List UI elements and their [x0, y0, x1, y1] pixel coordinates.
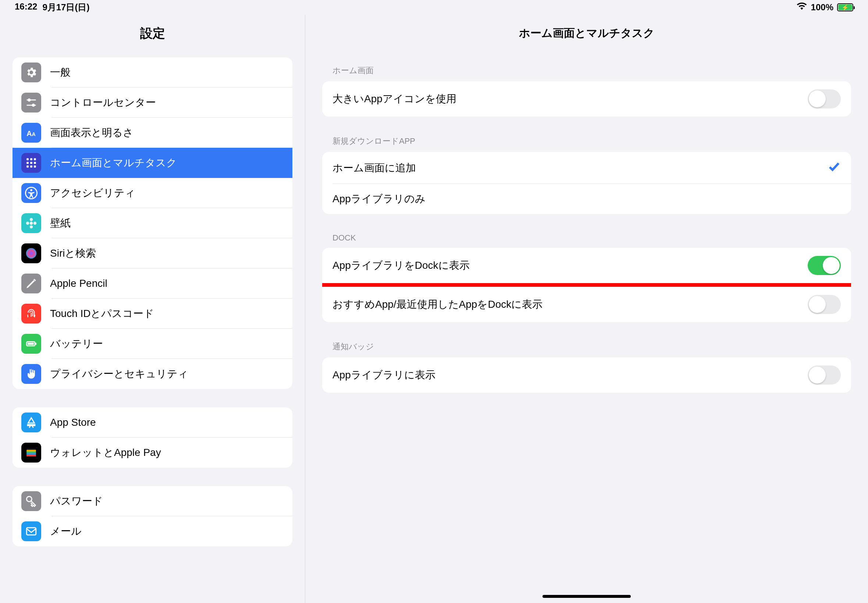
- detail-pane: ホーム画面とマルチタスク ホーム画面大きいAppアイコンを使用新規ダウンロードA…: [305, 15, 868, 603]
- status-date: 9月17日(日): [42, 2, 90, 13]
- svg-rect-29: [26, 453, 36, 455]
- pencil-icon: [21, 274, 41, 294]
- svg-text:A: A: [26, 130, 32, 138]
- settings-row[interactable]: 大きいAppアイコンを使用: [322, 81, 851, 116]
- settings-row[interactable]: ホーム画面に追加: [322, 152, 851, 184]
- section-header: 通知バッジ: [322, 341, 851, 357]
- svg-rect-3: [26, 105, 36, 106]
- sidebar-item-battery[interactable]: バッテリー: [12, 329, 292, 359]
- svg-rect-7: [30, 158, 32, 160]
- sidebar-item-privacy[interactable]: プライバシーとセキュリティ: [12, 359, 292, 389]
- sidebar: 設定 一般コントロールセンターAA画面表示と明るさホーム画面とマルチタスクアクセ…: [0, 15, 305, 603]
- sidebar-item-wallet[interactable]: ウォレットとApple Pay: [12, 438, 292, 468]
- sidebar-item-display[interactable]: AA画面表示と明るさ: [12, 118, 292, 148]
- sidebar-item-home-screen[interactable]: ホーム画面とマルチタスク: [12, 148, 292, 178]
- battery-percent: 100%: [811, 2, 834, 12]
- aa-icon: AA: [21, 123, 41, 143]
- sidebar-item-label: ホーム画面とマルチタスク: [50, 156, 177, 170]
- sidebar-item-label: Siriと検索: [50, 246, 96, 260]
- grid-icon: [21, 153, 41, 173]
- sidebar-item-accessibility[interactable]: アクセシビリティ: [12, 178, 292, 208]
- svg-point-19: [30, 226, 33, 229]
- sidebar-item-label: プライバシーとセキュリティ: [50, 367, 188, 381]
- svg-rect-13: [30, 165, 32, 168]
- settings-row[interactable]: Appライブラリのみ: [322, 184, 851, 214]
- sidebar-item-label: 画面表示と明るさ: [50, 126, 133, 140]
- sidebar-item-label: アクセシビリティ: [50, 186, 135, 200]
- sidebar-item-label: コントロールセンター: [50, 96, 156, 110]
- toggle-switch[interactable]: [808, 295, 841, 314]
- svg-rect-8: [34, 158, 36, 160]
- svg-point-20: [26, 222, 29, 225]
- sidebar-item-touch-id[interactable]: Touch IDとパスコード: [12, 298, 292, 329]
- svg-point-21: [34, 222, 37, 225]
- toggle-switch[interactable]: [808, 365, 841, 385]
- svg-rect-25: [28, 343, 34, 345]
- svg-rect-11: [34, 162, 36, 164]
- wifi-icon: [796, 2, 807, 12]
- hand-icon: [21, 364, 41, 384]
- detail-title: ホーム画面とマルチタスク: [305, 15, 868, 50]
- settings-row[interactable]: Appライブラリに表示: [322, 357, 851, 393]
- status-bar: 16:22 9月17日(日) 100% ⚡: [0, 0, 868, 15]
- svg-rect-10: [30, 162, 32, 164]
- sidebar-item-label: 壁紙: [50, 216, 71, 230]
- sidebar-item-label: 一般: [50, 65, 71, 79]
- settings-row-label: 大きいAppアイコンを使用: [333, 92, 456, 106]
- settings-row-label: おすすめApp/最近使用したAppをDockに表示: [333, 297, 543, 311]
- sidebar-title: 設定: [0, 15, 305, 57]
- svg-point-16: [30, 189, 32, 191]
- sidebar-item-apple-pencil[interactable]: Apple Pencil: [12, 268, 292, 298]
- sidebar-item-label: App Store: [50, 417, 96, 428]
- sidebar-item-label: ウォレットとApple Pay: [50, 445, 161, 459]
- svg-point-17: [30, 222, 33, 225]
- svg-rect-12: [26, 165, 29, 168]
- sidebar-item-general[interactable]: 一般: [12, 57, 292, 88]
- settings-row-label: Appライブラリに表示: [333, 368, 435, 382]
- svg-point-22: [26, 248, 36, 258]
- svg-rect-24: [35, 343, 36, 345]
- section-header: ホーム画面: [322, 65, 851, 81]
- appstore-icon: [21, 413, 41, 432]
- sidebar-item-mail[interactable]: メール: [12, 516, 292, 546]
- sidebar-item-app-store[interactable]: App Store: [12, 407, 292, 438]
- section-header: DOCK: [322, 233, 851, 248]
- settings-row-label: AppライブラリをDockに表示: [333, 258, 470, 272]
- svg-rect-9: [26, 162, 29, 164]
- settings-row[interactable]: おすすめApp/最近使用したAppをDockに表示: [322, 287, 851, 322]
- mail-icon: [21, 521, 41, 541]
- sidebar-item-control-center[interactable]: コントロールセンター: [12, 88, 292, 118]
- sidebar-item-label: バッテリー: [50, 337, 103, 351]
- svg-rect-14: [34, 165, 36, 168]
- sliders-icon: [21, 93, 41, 113]
- access-icon: [21, 183, 41, 203]
- svg-rect-27: [26, 450, 36, 451]
- sidebar-item-passwords[interactable]: パスワード: [12, 486, 292, 516]
- svg-point-18: [30, 218, 33, 221]
- siri-icon: [21, 243, 41, 263]
- checkmark-icon: [828, 160, 841, 176]
- svg-rect-30: [26, 455, 36, 456]
- wallet-icon: [21, 443, 41, 462]
- settings-row-label: ホーム画面に追加: [333, 161, 416, 175]
- svg-text:A: A: [32, 131, 35, 137]
- fingerprint-icon: [21, 304, 41, 323]
- toggle-switch[interactable]: [808, 89, 841, 108]
- sidebar-item-label: Apple Pencil: [50, 278, 107, 289]
- home-indicator[interactable]: [543, 595, 631, 598]
- settings-row[interactable]: AppライブラリをDockに表示: [322, 248, 851, 283]
- toggle-switch[interactable]: [808, 256, 841, 275]
- section-header: 新規ダウンロードAPP: [322, 136, 851, 152]
- sidebar-item-label: Touch IDとパスコード: [50, 307, 155, 321]
- status-time: 16:22: [15, 2, 37, 13]
- battery-icon: ⚡: [837, 3, 853, 11]
- sidebar-item-siri[interactable]: Siriと検索: [12, 238, 292, 268]
- svg-rect-6: [26, 158, 29, 160]
- svg-rect-28: [26, 451, 36, 453]
- key-icon: [21, 491, 41, 511]
- sidebar-item-wallpaper[interactable]: 壁紙: [12, 208, 292, 238]
- highlighted-row: AppライブラリをDockに表示: [322, 248, 851, 287]
- sidebar-item-label: メール: [50, 524, 82, 538]
- gear-icon: [21, 62, 41, 82]
- battery-icon: [21, 334, 41, 354]
